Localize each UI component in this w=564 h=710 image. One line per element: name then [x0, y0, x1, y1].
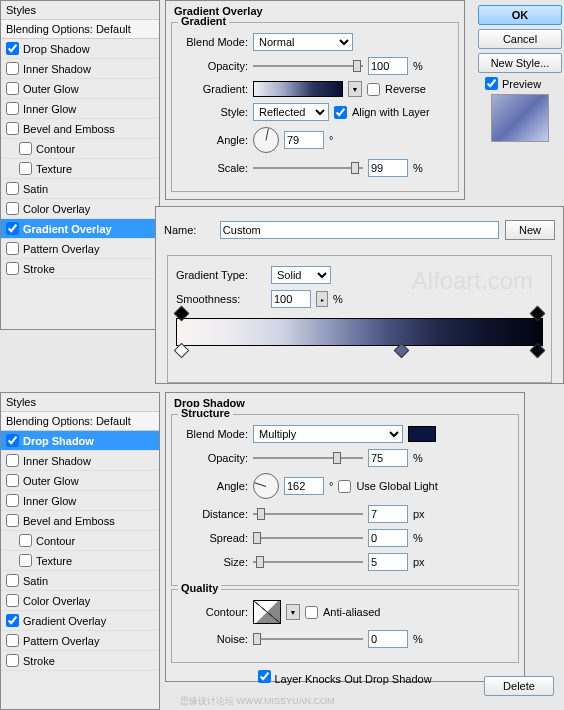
style-item-bevel-and-emboss[interactable]: Bevel and Emboss: [1, 119, 159, 139]
style-item-stroke[interactable]: Stroke: [1, 651, 159, 671]
distance-input[interactable]: [368, 505, 408, 523]
style-item-pattern-overlay[interactable]: Pattern Overlay: [1, 239, 159, 259]
align-checkbox[interactable]: [334, 106, 347, 119]
style-item-satin[interactable]: Satin: [1, 179, 159, 199]
smoothness-input[interactable]: [271, 290, 311, 308]
spread-slider[interactable]: [253, 531, 363, 545]
scale-input[interactable]: [368, 159, 408, 177]
gradient-swatch[interactable]: [253, 81, 343, 97]
angle-input[interactable]: [284, 131, 324, 149]
ds-blend-mode-select[interactable]: Multiply: [253, 425, 403, 443]
contour-swatch[interactable]: [253, 600, 281, 624]
ok-button[interactable]: OK: [478, 5, 562, 25]
style-checkbox[interactable]: [6, 122, 19, 135]
ds-opacity-input[interactable]: [368, 449, 408, 467]
style-item-texture[interactable]: Texture: [1, 551, 159, 571]
grad-type-select[interactable]: Solid: [271, 266, 331, 284]
shadow-color-swatch[interactable]: [408, 426, 436, 442]
style-checkbox[interactable]: [6, 102, 19, 115]
style-checkbox[interactable]: [6, 62, 19, 75]
smoothness-stepper-icon[interactable]: ▸: [316, 291, 328, 307]
style-checkbox[interactable]: [6, 474, 19, 487]
name-input[interactable]: [220, 221, 499, 239]
blend-mode-select[interactable]: Normal: [253, 33, 353, 51]
style-label: Color Overlay: [23, 595, 90, 607]
delete-button[interactable]: Delete: [484, 676, 554, 696]
style-checkbox[interactable]: [6, 262, 19, 275]
style-checkbox[interactable]: [6, 514, 19, 527]
style-item-stroke[interactable]: Stroke: [1, 259, 159, 279]
style-item-gradient-overlay[interactable]: Gradient Overlay: [1, 219, 159, 239]
style-item-inner-shadow[interactable]: Inner Shadow: [1, 59, 159, 79]
style-item-inner-shadow[interactable]: Inner Shadow: [1, 451, 159, 471]
style-item-gradient-overlay[interactable]: Gradient Overlay: [1, 611, 159, 631]
contour-dropdown-icon[interactable]: ▼: [286, 604, 300, 620]
noise-slider[interactable]: [253, 632, 363, 646]
style-checkbox[interactable]: [19, 554, 32, 567]
style-item-bevel-and-emboss[interactable]: Bevel and Emboss: [1, 511, 159, 531]
reverse-label: Reverse: [385, 83, 426, 95]
style-item-contour[interactable]: Contour: [1, 531, 159, 551]
style-item-contour[interactable]: Contour: [1, 139, 159, 159]
style-checkbox[interactable]: [6, 634, 19, 647]
knockout-checkbox[interactable]: [258, 670, 271, 683]
distance-slider[interactable]: [253, 507, 363, 521]
style-checkbox[interactable]: [19, 142, 32, 155]
style-item-texture[interactable]: Texture: [1, 159, 159, 179]
style-checkbox[interactable]: [6, 494, 19, 507]
style-checkbox[interactable]: [6, 222, 19, 235]
style-checkbox[interactable]: [6, 42, 19, 55]
gradient-ramp[interactable]: [176, 318, 543, 346]
style-item-inner-glow[interactable]: Inner Glow: [1, 99, 159, 119]
spread-label: Spread:: [180, 532, 248, 544]
size-slider[interactable]: [253, 555, 363, 569]
style-item-outer-glow[interactable]: Outer Glow: [1, 79, 159, 99]
style-checkbox[interactable]: [6, 202, 19, 215]
size-input[interactable]: [368, 553, 408, 571]
reverse-checkbox[interactable]: [367, 83, 380, 96]
cancel-button[interactable]: Cancel: [478, 29, 562, 49]
style-checkbox[interactable]: [6, 614, 19, 627]
knockout-label: Layer Knocks Out Drop Shadow: [274, 673, 431, 685]
new-style-button[interactable]: New Style...: [478, 53, 562, 73]
noise-input[interactable]: [368, 630, 408, 648]
style-item-satin[interactable]: Satin: [1, 571, 159, 591]
new-button[interactable]: New: [505, 220, 555, 240]
opacity-input[interactable]: [368, 57, 408, 75]
style-checkbox[interactable]: [19, 162, 32, 175]
scale-slider[interactable]: [253, 161, 363, 175]
angle-dial[interactable]: [253, 127, 279, 153]
gradient-fieldset-label: Gradient: [178, 15, 229, 27]
opacity-slider[interactable]: [253, 59, 363, 73]
spread-input[interactable]: [368, 529, 408, 547]
gradient-dropdown-icon[interactable]: ▼: [348, 81, 362, 97]
style-checkbox[interactable]: [6, 434, 19, 447]
ds-angle-input[interactable]: [284, 477, 324, 495]
style-checkbox[interactable]: [6, 654, 19, 667]
style-checkbox[interactable]: [6, 574, 19, 587]
style-item-drop-shadow[interactable]: Drop Shadow: [1, 39, 159, 59]
style-checkbox[interactable]: [6, 454, 19, 467]
style-item-drop-shadow[interactable]: Drop Shadow: [1, 431, 159, 451]
gradient-label: Gradient:: [180, 83, 248, 95]
style-checkbox[interactable]: [6, 242, 19, 255]
style-item-inner-glow[interactable]: Inner Glow: [1, 491, 159, 511]
ds-angle-dial[interactable]: [253, 473, 279, 499]
style-select[interactable]: Reflected: [253, 103, 329, 121]
style-label: Gradient Overlay: [23, 615, 106, 627]
global-light-checkbox[interactable]: [338, 480, 351, 493]
style-checkbox[interactable]: [6, 82, 19, 95]
style-checkbox[interactable]: [19, 534, 32, 547]
preview-checkbox[interactable]: [485, 77, 498, 90]
blending-options-2[interactable]: Blending Options: Default: [1, 412, 159, 431]
ds-opacity-slider[interactable]: [253, 451, 363, 465]
style-checkbox[interactable]: [6, 182, 19, 195]
blending-options[interactable]: Blending Options: Default: [1, 20, 159, 39]
style-item-outer-glow[interactable]: Outer Glow: [1, 471, 159, 491]
style-item-color-overlay[interactable]: Color Overlay: [1, 591, 159, 611]
style-item-color-overlay[interactable]: Color Overlay: [1, 199, 159, 219]
style-checkbox[interactable]: [6, 594, 19, 607]
style-item-pattern-overlay[interactable]: Pattern Overlay: [1, 631, 159, 651]
antialiased-checkbox[interactable]: [305, 606, 318, 619]
styles-panel-bottom: Styles Blending Options: Default Drop Sh…: [0, 392, 160, 710]
